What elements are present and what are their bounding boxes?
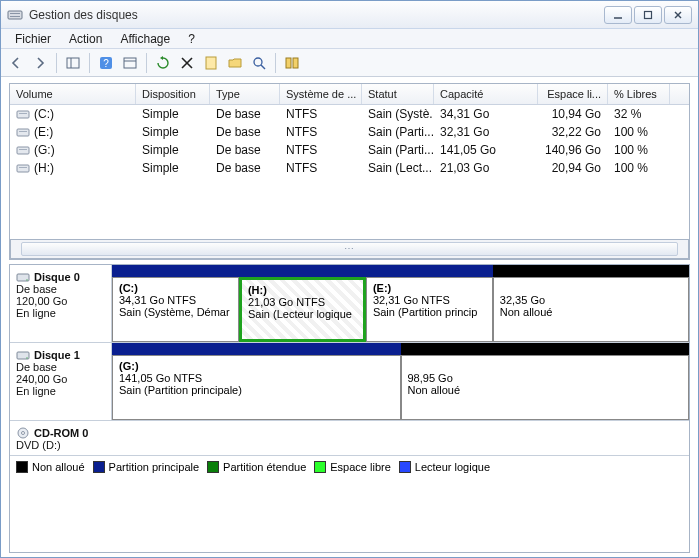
partition-size: 98,95 Go — [408, 372, 683, 384]
volume-type: De base — [210, 159, 280, 177]
legend-swatch-unalloc — [16, 461, 28, 473]
partition-status: Non alloué — [408, 384, 683, 396]
disk-icon — [16, 271, 30, 283]
disk-state: En ligne — [16, 385, 105, 397]
menu-view[interactable]: Affichage — [112, 30, 178, 48]
partition-letter: (E:) — [373, 282, 486, 294]
toolbar: ? — [1, 49, 698, 77]
partition[interactable]: 32,35 GoNon alloué — [493, 277, 689, 342]
refresh-button[interactable] — [152, 52, 174, 74]
column-type[interactable]: Type — [210, 84, 280, 104]
volume-status: Sain (Parti... — [362, 141, 434, 159]
volume-free: 32,22 Go — [538, 123, 608, 141]
volume-row[interactable]: (G:)SimpleDe baseNTFSSain (Parti...141,0… — [10, 141, 689, 159]
volume-letter: (G:) — [34, 143, 55, 157]
svg-rect-19 — [293, 58, 298, 68]
legend-unalloc: Non alloué — [32, 461, 85, 473]
partition[interactable]: (E:)32,31 Go NTFSSain (Partition princip — [366, 277, 493, 342]
volume-capacity: 141,05 Go — [434, 141, 538, 159]
disk-row: Disque 1De base240,00 GoEn ligne(G:)141,… — [10, 343, 689, 421]
svg-text:?: ? — [103, 58, 109, 69]
app-icon — [7, 7, 23, 23]
svg-rect-2 — [10, 16, 20, 17]
volume-percent: 100 % — [608, 159, 670, 177]
volume-free: 10,94 Go — [538, 105, 608, 123]
cdrom-name: CD-ROM 0 — [34, 427, 88, 439]
legend-swatch-extended — [207, 461, 219, 473]
partition[interactable]: (C:)34,31 Go NTFSSain (Système, Démar — [112, 277, 239, 342]
svg-rect-0 — [8, 11, 22, 19]
horizontal-scrollbar[interactable] — [10, 239, 689, 259]
svg-point-31 — [26, 357, 28, 359]
volume-capacity: 32,31 Go — [434, 123, 538, 141]
properties2-button[interactable] — [200, 52, 222, 74]
volume-capacity: 21,03 Go — [434, 159, 538, 177]
volume-fs: NTFS — [280, 123, 362, 141]
column-free[interactable]: Espace li... — [538, 84, 608, 104]
legend-swatch-primary — [93, 461, 105, 473]
legend-primary: Partition principale — [109, 461, 200, 473]
svg-rect-18 — [286, 58, 291, 68]
svg-point-33 — [22, 432, 25, 435]
volume-percent: 32 % — [608, 105, 670, 123]
svg-point-29 — [26, 279, 28, 281]
disk-name: Disque 0 — [34, 271, 80, 283]
partition-letter: (G:) — [119, 360, 394, 372]
column-volume[interactable]: Volume — [10, 84, 136, 104]
legend-extended: Partition étendue — [223, 461, 306, 473]
volume-row[interactable]: (C:)SimpleDe baseNTFSSain (Systè...34,31… — [10, 105, 689, 123]
explore-button[interactable] — [248, 52, 270, 74]
volume-row[interactable]: (E:)SimpleDe baseNTFSSain (Parti...32,31… — [10, 123, 689, 141]
volume-status: Sain (Lect... — [362, 159, 434, 177]
partition-letter: (H:) — [248, 284, 357, 296]
partition-size: 32,31 Go NTFS — [373, 294, 486, 306]
volume-icon — [16, 144, 30, 156]
column-status[interactable]: Statut — [362, 84, 434, 104]
show-hide-tree-button[interactable] — [62, 52, 84, 74]
partition-size: 141,05 Go NTFS — [119, 372, 394, 384]
legend-swatch-free — [314, 461, 326, 473]
cdrom-icon — [16, 427, 30, 439]
svg-rect-7 — [67, 58, 79, 68]
partition[interactable]: (G:)141,05 Go NTFSSain (Partition princi… — [112, 355, 401, 420]
view-options-button[interactable] — [281, 52, 303, 74]
cdrom-line: DVD (D:) — [16, 439, 106, 451]
volume-fs: NTFS — [280, 159, 362, 177]
volume-type: De base — [210, 123, 280, 141]
svg-rect-1 — [10, 13, 20, 14]
disk-size: 120,00 Go — [16, 295, 105, 307]
close-button[interactable] — [664, 6, 692, 24]
volume-type: De base — [210, 105, 280, 123]
svg-rect-11 — [124, 58, 136, 68]
help-button[interactable]: ? — [95, 52, 117, 74]
forward-button[interactable] — [29, 52, 51, 74]
svg-rect-4 — [645, 11, 652, 18]
column-capacity[interactable]: Capacité — [434, 84, 538, 104]
column-filesystem[interactable]: Système de ... — [280, 84, 362, 104]
maximize-button[interactable] — [634, 6, 662, 24]
titlebar: Gestion des disques — [1, 1, 698, 29]
delete-button[interactable] — [176, 52, 198, 74]
partition-size: 34,31 Go NTFS — [119, 294, 232, 306]
partition[interactable]: (H:)21,03 Go NTFSSain (Lecteur logique — [239, 277, 366, 342]
partition[interactable]: 98,95 GoNon alloué — [401, 355, 690, 420]
volume-capacity: 34,31 Go — [434, 105, 538, 123]
minimize-button[interactable] — [604, 6, 632, 24]
properties-button[interactable] — [119, 52, 141, 74]
legend: Non alloué Partition principale Partitio… — [10, 455, 689, 477]
volume-free: 140,96 Go — [538, 141, 608, 159]
partition-status: Non alloué — [500, 306, 682, 318]
svg-rect-24 — [17, 147, 29, 154]
open-button[interactable] — [224, 52, 246, 74]
menu-help[interactable]: ? — [180, 30, 203, 48]
window-title: Gestion des disques — [29, 8, 604, 22]
volume-row[interactable]: (H:)SimpleDe baseNTFSSain (Lect...21,03 … — [10, 159, 689, 177]
menu-action[interactable]: Action — [61, 30, 110, 48]
cdrom-row[interactable]: CD-ROM 0 DVD (D:) — [10, 421, 689, 455]
back-button[interactable] — [5, 52, 27, 74]
volume-disposition: Simple — [136, 159, 210, 177]
menubar: Fichier Action Affichage ? — [1, 29, 698, 49]
column-disposition[interactable]: Disposition — [136, 84, 210, 104]
menu-file[interactable]: Fichier — [7, 30, 59, 48]
column-percent[interactable]: % Libres — [608, 84, 670, 104]
